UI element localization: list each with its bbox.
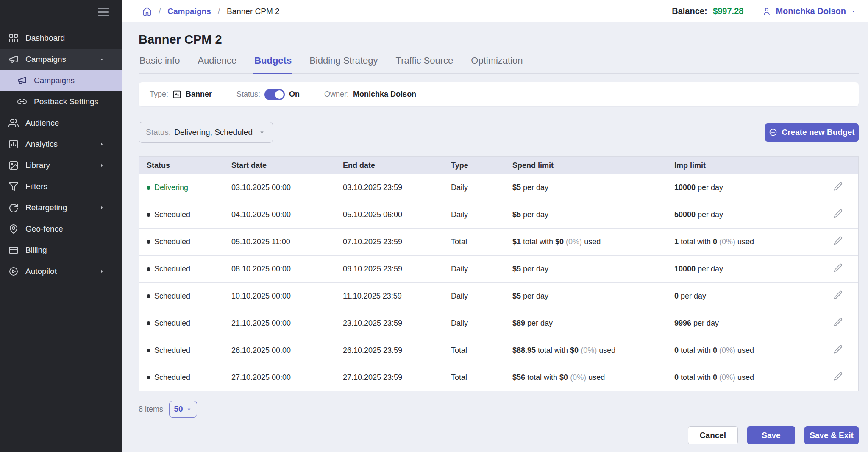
table-body: Delivering03.10.2025 00:0003.10.2025 23:… bbox=[139, 174, 858, 391]
sidebar-item-label: Audience bbox=[25, 118, 112, 128]
sidebar-item-postback-settings[interactable]: Postback Settings bbox=[0, 91, 122, 112]
status-cell: Scheduled bbox=[139, 292, 231, 301]
user-name: Monichka Dolson bbox=[776, 6, 846, 16]
status-cell: Scheduled bbox=[139, 319, 231, 328]
save-button[interactable]: Save bbox=[747, 426, 795, 444]
caret-down-icon bbox=[98, 56, 106, 63]
cancel-button[interactable]: Cancel bbox=[688, 426, 738, 444]
tab-bidding-strategy[interactable]: Bidding Strategy bbox=[309, 55, 378, 74]
table-footer: 8 items 50 bbox=[139, 401, 859, 418]
caret-down-icon bbox=[186, 406, 192, 413]
edit-budget-button[interactable] bbox=[832, 236, 844, 248]
imp-limit-cell: 10000 per day bbox=[674, 265, 832, 273]
spend-limit-cell: $56 total with $0 (0%) used bbox=[512, 373, 674, 382]
imp-limit-cell: 0 per day bbox=[674, 292, 832, 301]
edit-budget-button[interactable] bbox=[832, 181, 844, 193]
type-cell: Daily bbox=[451, 183, 512, 192]
status-cell: Delivering bbox=[139, 183, 231, 192]
status-toggle[interactable] bbox=[264, 89, 285, 100]
status-text: Scheduled bbox=[154, 237, 190, 246]
edit-budget-button[interactable] bbox=[832, 344, 844, 356]
save-and-exit-button[interactable]: Save & Exit bbox=[804, 426, 859, 444]
status-dot-icon bbox=[147, 186, 150, 190]
chevron-right-icon bbox=[98, 162, 106, 169]
owner-value: Monichka Dolson bbox=[353, 90, 416, 99]
edit-budget-button[interactable] bbox=[832, 317, 844, 329]
pencil-icon bbox=[833, 344, 843, 354]
map-pin-icon bbox=[8, 224, 19, 234]
tab-budgets[interactable]: Budgets bbox=[253, 55, 292, 74]
status-text: Scheduled bbox=[154, 319, 190, 328]
edit-cell bbox=[832, 371, 858, 384]
type-cell: Total bbox=[451, 237, 512, 246]
tab-traffic-source[interactable]: Traffic Source bbox=[395, 55, 454, 74]
edit-cell bbox=[832, 344, 858, 357]
imp-limit-cell: 9996 per day bbox=[674, 319, 832, 328]
budgets-table: StatusStart dateEnd dateTypeSpend limitI… bbox=[139, 156, 859, 391]
status-dot-icon bbox=[147, 213, 150, 217]
sidebar-item-label: Analytics bbox=[25, 140, 98, 149]
user-menu[interactable]: Monichka Dolson bbox=[762, 6, 857, 16]
status-cell: Scheduled bbox=[139, 346, 231, 355]
link-icon bbox=[17, 97, 27, 107]
type-cell: Total bbox=[451, 346, 512, 355]
edit-cell bbox=[832, 263, 858, 276]
status-dot-icon bbox=[147, 321, 150, 325]
edit-cell bbox=[832, 236, 858, 248]
sidebar-item-retargeting[interactable]: Retargeting bbox=[0, 197, 122, 218]
breadcrumb-separator: / bbox=[218, 7, 220, 16]
owner-label: Owner: bbox=[324, 90, 349, 99]
end-date-cell: 11.10.2025 23:59 bbox=[343, 292, 451, 301]
column-header: End date bbox=[343, 161, 451, 170]
pencil-icon bbox=[833, 263, 843, 273]
tab-optimization[interactable]: Optimization bbox=[470, 55, 523, 74]
status-dot-icon bbox=[147, 294, 150, 298]
page-size-select[interactable]: 50 bbox=[169, 401, 197, 418]
balance-label: Balance: bbox=[672, 6, 707, 16]
start-date-cell: 05.10.2025 11:00 bbox=[231, 237, 343, 246]
edit-budget-button[interactable] bbox=[832, 371, 844, 383]
create-new-budget-button[interactable]: Create new Budget bbox=[765, 123, 859, 142]
sidebar-item-audience[interactable]: Audience bbox=[0, 112, 122, 134]
status-cell: Scheduled bbox=[139, 237, 231, 246]
table-row: Scheduled21.10.2025 00:0023.10.2025 23:5… bbox=[139, 310, 858, 337]
tab-audience[interactable]: Audience bbox=[197, 55, 237, 74]
edit-budget-button[interactable] bbox=[832, 209, 844, 220]
sidebar-item-billing[interactable]: Billing bbox=[0, 240, 122, 261]
start-date-cell: 03.10.2025 00:00 bbox=[231, 183, 343, 192]
imp-limit-cell: 0 total with 0 (0%) used bbox=[674, 373, 832, 382]
sidebar-item-analytics[interactable]: Analytics bbox=[0, 134, 122, 155]
type-label: Type: bbox=[150, 90, 168, 99]
caret-down-icon bbox=[258, 128, 266, 136]
sidebar-item-campaigns[interactable]: Campaigns bbox=[0, 49, 122, 70]
imp-limit-cell: 50000 per day bbox=[674, 210, 832, 219]
spend-limit-cell: $1 total with $0 (0%) used bbox=[512, 237, 674, 246]
end-date-cell: 03.10.2025 23:59 bbox=[343, 183, 451, 192]
status-filter-select[interactable]: Status: Delivering, Scheduled bbox=[139, 122, 273, 143]
create-new-budget-label: Create new Budget bbox=[782, 128, 854, 137]
sidebar-item-label: Campaigns bbox=[25, 55, 98, 64]
status-text: Scheduled bbox=[154, 210, 190, 219]
spend-limit-cell: $5 per day bbox=[512, 292, 674, 301]
sidebar-item-campaigns-sub[interactable]: Campaigns bbox=[0, 70, 122, 91]
tab-basic-info[interactable]: Basic info bbox=[139, 55, 181, 74]
table-row: Scheduled05.10.2025 11:0007.10.2025 23:5… bbox=[139, 228, 858, 255]
sidebar-item-dashboard[interactable]: Dashboard bbox=[0, 28, 122, 49]
sidebar-item-filters[interactable]: Filters bbox=[0, 176, 122, 197]
sidebar-item-autopilot[interactable]: Autopilot bbox=[0, 261, 122, 282]
hamburger-menu-icon[interactable] bbox=[98, 8, 109, 16]
plus-circle-icon bbox=[769, 128, 777, 137]
home-icon[interactable] bbox=[142, 7, 152, 16]
sidebar-item-library[interactable]: Library bbox=[0, 155, 122, 176]
chevron-right-icon bbox=[98, 268, 106, 275]
breadcrumb-campaigns-link[interactable]: Campaigns bbox=[167, 7, 211, 16]
sidebar-item-geo-fence[interactable]: Geo-fence bbox=[0, 218, 122, 240]
type-cell: Daily bbox=[451, 292, 512, 301]
credit-card-icon bbox=[8, 245, 19, 255]
table-header-row: StatusStart dateEnd dateTypeSpend limitI… bbox=[139, 157, 858, 174]
image-icon bbox=[8, 160, 19, 170]
edit-budget-button[interactable] bbox=[832, 263, 844, 275]
breadcrumb: / Campaigns / Banner CPM 2 bbox=[142, 7, 280, 16]
edit-budget-button[interactable] bbox=[832, 290, 844, 302]
type-cell: Daily bbox=[451, 210, 512, 219]
